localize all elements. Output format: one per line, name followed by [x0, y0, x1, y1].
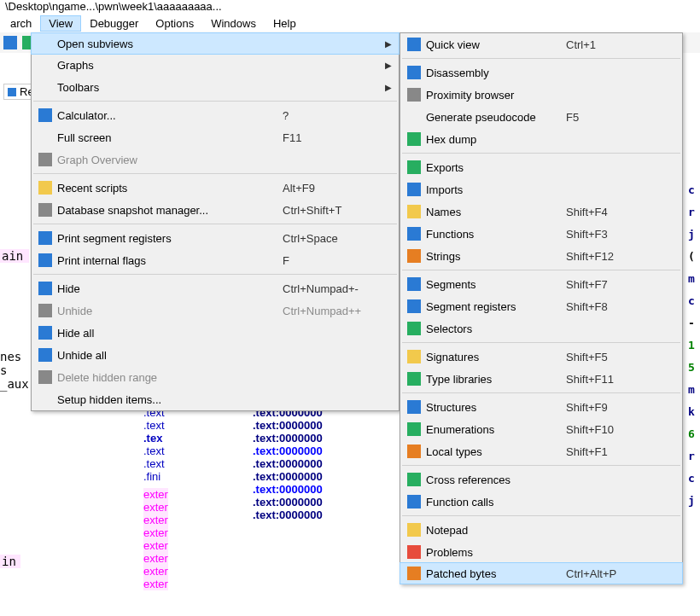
submenu-arrow-icon: ▶	[385, 83, 397, 92]
menu-item-shortcut: Shift+F1	[566, 445, 668, 458]
view-menu-item-toolbars[interactable]: Toolbars▶	[32, 76, 399, 98]
subviews-menu-item-proximity-browser[interactable]: Proximity browser	[400, 84, 682, 106]
struct-icon	[407, 400, 421, 414]
menu-item-label: Selectors	[426, 323, 566, 335]
menu-item-shortcut: Ctrl+Numpad++	[283, 305, 385, 317]
menu-icon-cell	[402, 183, 426, 196]
menubar-item-arch[interactable]: arch	[2, 15, 40, 32]
x-icon	[38, 370, 52, 384]
menu-item-shortcut: Ctrl+1	[566, 38, 668, 51]
tree-icon	[38, 203, 52, 217]
subviews-menu-item-local-types[interactable]: Local typesShift+F1	[400, 440, 682, 462]
view-menu-item-unhide-all[interactable]: Unhide all	[32, 344, 399, 366]
subviews-menu-item-structures[interactable]: StructuresShift+F9	[400, 396, 682, 418]
menu-separator	[402, 153, 680, 154]
bg-aux: nes s _aux	[0, 350, 29, 391]
menubar-item-view[interactable]: View	[40, 15, 81, 32]
subviews-menu-item-notepad[interactable]: Notepad	[400, 519, 682, 541]
toolbar-icon[interactable]	[3, 36, 17, 49]
menubar-item-debugger[interactable]: Debugger	[81, 15, 147, 32]
menu-icon-cell	[402, 66, 426, 79]
bg-label: in	[0, 555, 20, 568]
menu-item-label: Graphs	[57, 59, 283, 72]
subviews-menu-item-selectors[interactable]: Selectors	[400, 317, 682, 340]
menu-item-label: Enumerations	[426, 423, 566, 436]
regs-icon	[38, 231, 52, 245]
menu-separator	[402, 515, 680, 516]
menu-item-label: Strings	[426, 250, 566, 263]
view-menu-item-hide[interactable]: HideCtrl+Numpad+-	[32, 277, 399, 299]
subviews-menu-item-names[interactable]: NamesShift+F4	[400, 200, 682, 223]
view-menu-item-hide-all[interactable]: Hide all	[32, 322, 399, 344]
view-menu-item-database-snapshot-manager-[interactable]: Database snapshot manager...Ctrl+Shift+T	[32, 199, 399, 221]
menu-item-shortcut: Shift+F3	[566, 228, 668, 241]
menu-icon-cell	[33, 253, 57, 267]
tab-icon	[8, 88, 16, 96]
menu-icon-cell	[33, 108, 57, 122]
menu-separator	[33, 274, 397, 275]
menu-icon-cell	[402, 249, 426, 263]
menu-item-label: Recent scripts	[57, 182, 283, 195]
menu-item-label: Calculator...	[57, 109, 283, 122]
menubar-item-options[interactable]: Options	[147, 15, 202, 32]
menubar-item-help[interactable]: Help	[265, 15, 305, 32]
menu-item-label: Unhide all	[57, 349, 283, 362]
menu-item-label: Hide all	[57, 327, 283, 340]
view-menu-item-graphs[interactable]: Graphs▶	[32, 54, 399, 76]
menubar-item-windows[interactable]: Windows	[202, 15, 265, 32]
subviews-menu-item-segment-registers[interactable]: Segment registersShift+F8	[400, 295, 682, 317]
subviews-menu-item-enumerations[interactable]: EnumerationsShift+F10	[400, 418, 682, 440]
subviews-menu-item-exports[interactable]: Exports	[400, 156, 682, 178]
menu-item-label: Full screen	[57, 131, 283, 144]
menu-item-label: Setup hidden items...	[57, 393, 283, 406]
view-menu-item-full-screen[interactable]: Full screenF11	[32, 126, 399, 148]
view-menu-item-setup-hidden-items-[interactable]: Setup hidden items...	[32, 388, 399, 410]
menu-item-shortcut: Shift+F8	[566, 300, 668, 313]
subviews-menu-item-problems[interactable]: Problems	[400, 541, 682, 563]
subviews-menu-item-hex-dump[interactable]: Hex dump	[400, 128, 682, 150]
view-menu-item-open-subviews[interactable]: Open subviews▶	[31, 32, 400, 55]
subviews-menu-item-type-libraries[interactable]: Type librariesShift+F11	[400, 368, 682, 390]
subviews-menu-item-imports[interactable]: Imports	[400, 178, 682, 200]
menu-item-shortcut: Shift+F10	[566, 423, 668, 436]
subviews-menu-item-segments[interactable]: SegmentsShift+F7	[400, 273, 682, 295]
menu-item-label: Patched bytes	[426, 567, 566, 580]
menu-item-label: Print segment registers	[57, 232, 283, 245]
menu-icon-cell	[402, 422, 426, 436]
menu-icon-cell	[402, 227, 426, 241]
view-menu-item-calculator-[interactable]: Calculator...?	[32, 104, 399, 126]
menu-icon-cell	[33, 153, 57, 166]
subviews-menu-item-quick-view[interactable]: Quick viewCtrl+1	[400, 33, 682, 55]
menu-item-label: Unhide	[57, 305, 283, 317]
menu-icon-cell	[33, 58, 57, 72]
menu-icon-cell	[402, 322, 426, 335]
menu-icon-cell	[402, 523, 426, 537]
disasm-icon	[407, 66, 421, 79]
menu-icon-cell	[33, 326, 57, 340]
menu-item-shortcut: Shift+F11	[566, 373, 668, 386]
plus-icon	[38, 304, 52, 317]
subviews-menu-item-signatures[interactable]: SignaturesShift+F5	[400, 346, 682, 368]
menu-item-label: Open subviews	[57, 38, 283, 50]
subviews-menu-item-generate-pseudocode[interactable]: Generate pseudocodeF5	[400, 106, 682, 128]
view-menu-item-print-segment-registers[interactable]: Print segment registersCtrl+Space	[32, 227, 399, 249]
subviews-menu-item-patched-bytes[interactable]: Patched bytesCtrl+Alt+P	[400, 562, 683, 584]
menu-item-label: Type libraries	[426, 373, 566, 386]
calc-icon	[38, 108, 52, 122]
menu-separator	[402, 58, 680, 59]
subviews-menu-item-strings[interactable]: StringsShift+F12	[400, 245, 682, 267]
subviews-menu-item-functions[interactable]: FunctionsShift+F3	[400, 223, 682, 245]
fcalls-icon	[407, 495, 421, 508]
menu-icon-cell	[402, 38, 426, 51]
menu-item-shortcut: Ctrl+Space	[283, 232, 385, 245]
exp-icon	[407, 160, 421, 174]
menu-separator	[33, 173, 397, 174]
menu-icon-cell	[33, 392, 57, 406]
view-menu-item-recent-scripts[interactable]: Recent scriptsAlt+F9	[32, 177, 399, 199]
view-menu-item-print-internal-flags[interactable]: Print internal flagsF	[32, 249, 399, 271]
subviews-menu-item-disassembly[interactable]: Disassembly	[400, 61, 682, 84]
subviews-menu-item-cross-references[interactable]: Cross references	[400, 468, 682, 491]
bg-textlines: .text:0000000.text:0000000.text:0000000.…	[253, 406, 323, 521]
quick-icon	[407, 38, 421, 51]
subviews-menu-item-function-calls[interactable]: Function calls	[400, 491, 682, 513]
